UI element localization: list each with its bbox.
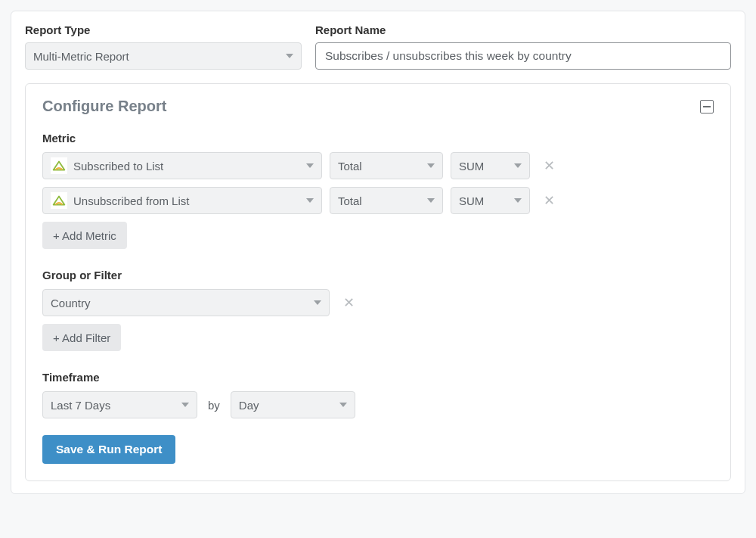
metric-row: Subscribed to List Total SUM ✕ bbox=[42, 152, 714, 179]
klaviyo-logo-icon bbox=[51, 192, 67, 209]
timeframe-section-label: Timeframe bbox=[42, 371, 714, 384]
filter-row: Country ✕ bbox=[42, 289, 714, 316]
group-filter-section-label: Group or Filter bbox=[42, 269, 714, 281]
metric-measure-value: Total bbox=[338, 194, 362, 207]
metric-name-value: Subscribed to List bbox=[73, 160, 163, 173]
timeframe-range-select[interactable]: Last 7 Days bbox=[42, 391, 197, 418]
add-metric-button[interactable]: + Add Metric bbox=[42, 222, 127, 249]
metric-measure-select[interactable]: Total bbox=[330, 187, 443, 214]
minus-icon bbox=[703, 106, 711, 107]
svg-rect-0 bbox=[703, 106, 711, 107]
metric-agg-select[interactable]: SUM bbox=[451, 187, 530, 214]
chevron-down-icon bbox=[427, 163, 435, 168]
remove-filter-button[interactable]: ✕ bbox=[337, 290, 361, 316]
chevron-down-icon bbox=[181, 403, 189, 407]
add-filter-button[interactable]: + Add Filter bbox=[42, 324, 121, 351]
collapse-toggle[interactable] bbox=[700, 100, 714, 114]
metric-name-select[interactable]: Subscribed to List bbox=[42, 152, 322, 179]
report-name-input[interactable] bbox=[315, 42, 731, 70]
chevron-down-icon bbox=[306, 163, 314, 168]
chevron-down-icon bbox=[339, 403, 347, 407]
chevron-down-icon bbox=[514, 198, 522, 203]
klaviyo-logo-icon bbox=[51, 157, 67, 174]
chevron-down-icon bbox=[514, 163, 522, 168]
report-builder-panel: Report Type Multi-Metric Report Report N… bbox=[11, 11, 745, 494]
metric-section-label: Metric bbox=[42, 132, 714, 145]
timeframe-by-word: by bbox=[205, 399, 223, 412]
metric-name-select[interactable]: Unsubscribed from List bbox=[42, 187, 322, 214]
configure-report-title: Configure Report bbox=[42, 98, 166, 115]
remove-metric-button[interactable]: ✕ bbox=[538, 153, 561, 179]
timeframe-range-value: Last 7 Days bbox=[51, 399, 110, 412]
metric-agg-select[interactable]: SUM bbox=[451, 152, 530, 179]
timeframe-granularity-select[interactable]: Day bbox=[231, 391, 355, 418]
filter-value: Country bbox=[51, 297, 91, 309]
metric-row: Unsubscribed from List Total SUM ✕ bbox=[42, 187, 714, 214]
remove-metric-button[interactable]: ✕ bbox=[538, 188, 561, 213]
metric-agg-value: SUM bbox=[459, 160, 484, 173]
report-type-select[interactable]: Multi-Metric Report bbox=[25, 42, 302, 70]
report-type-value: Multi-Metric Report bbox=[33, 50, 129, 63]
chevron-down-icon bbox=[427, 198, 435, 203]
metric-measure-value: Total bbox=[338, 160, 362, 173]
chevron-down-icon bbox=[306, 198, 314, 203]
metric-name-value: Unsubscribed from List bbox=[73, 194, 189, 207]
chevron-down-icon bbox=[286, 54, 293, 58]
metric-agg-value: SUM bbox=[459, 194, 484, 207]
timeframe-granularity-value: Day bbox=[239, 399, 259, 412]
report-type-label: Report Type bbox=[25, 23, 302, 36]
save-run-button[interactable]: Save & Run Report bbox=[42, 435, 175, 464]
svg-rect-2 bbox=[51, 192, 67, 209]
report-name-label: Report Name bbox=[315, 23, 731, 36]
configure-report-card: Configure Report Metric Subscribed to Li… bbox=[25, 83, 731, 481]
metric-measure-select[interactable]: Total bbox=[330, 152, 443, 179]
chevron-down-icon bbox=[314, 300, 321, 305]
filter-select[interactable]: Country bbox=[42, 289, 330, 316]
svg-rect-1 bbox=[51, 157, 67, 174]
